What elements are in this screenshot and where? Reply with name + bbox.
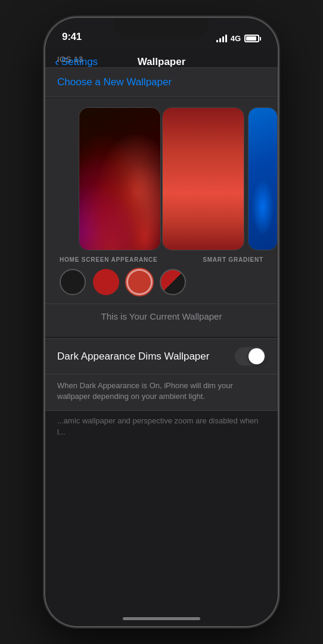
lock-screen-preview[interactable] (79, 107, 161, 250)
wallpaper-preview-section: HOME SCREEN APPEARANCE SMART GRADIENT Th… (45, 98, 278, 337)
color-dot-crimson-selected[interactable] (126, 269, 153, 295)
dark-appearance-section: Dark Appearance Dims Wallpaper When Dark… (45, 338, 278, 411)
dark-appearance-description: When Dark Appearance is On, iPhone will … (45, 374, 278, 410)
phone-device: 9:41 4G ‹ Set (45, 18, 278, 626)
status-time: 9:41 (62, 31, 82, 43)
bottom-fade-text: ...amic wallpaper and perspective zoom a… (45, 411, 278, 444)
home-indicator (123, 617, 200, 620)
next-wallpaper-preview (248, 107, 278, 250)
appearance-labels: HOME SCREEN APPEARANCE SMART GRADIENT (45, 250, 278, 265)
screen-content: iOS 13 Choose a New Wallpaper (45, 48, 278, 626)
section-label: iOS 13 (45, 48, 278, 67)
notch (114, 18, 209, 37)
color-dot-split[interactable] (160, 269, 186, 295)
smart-gradient-label: SMART GRADIENT (203, 256, 263, 263)
home-screen-preview[interactable] (162, 107, 244, 250)
dark-appearance-label: Dark Appearance Dims Wallpaper (57, 351, 235, 363)
phone-screen: 9:41 4G ‹ Set (45, 18, 278, 626)
choose-wallpaper-row[interactable]: Choose a New Wallpaper (45, 67, 278, 97)
toggle-thumb (249, 348, 265, 364)
status-icons: 4G (216, 34, 261, 43)
wallpaper-previews (45, 107, 278, 250)
lock-wallpaper-image (79, 108, 160, 250)
blue-wallpaper-image (249, 108, 277, 250)
signal-bars-icon (216, 35, 227, 42)
current-wallpaper-label: This is Your Current Wallpaper (45, 304, 278, 330)
home-screen-label: HOME SCREEN APPEARANCE (60, 256, 157, 263)
battery-icon (244, 35, 261, 42)
color-dot-red[interactable] (93, 269, 119, 295)
home-wallpaper-image (163, 108, 244, 250)
color-dot-black[interactable] (60, 269, 86, 295)
dark-appearance-toggle[interactable] (235, 347, 266, 366)
choose-wallpaper-link[interactable]: Choose a New Wallpaper (57, 76, 172, 88)
dark-appearance-row: Dark Appearance Dims Wallpaper (45, 339, 278, 374)
color-dots (45, 265, 278, 304)
carrier-label: 4G (231, 34, 241, 43)
